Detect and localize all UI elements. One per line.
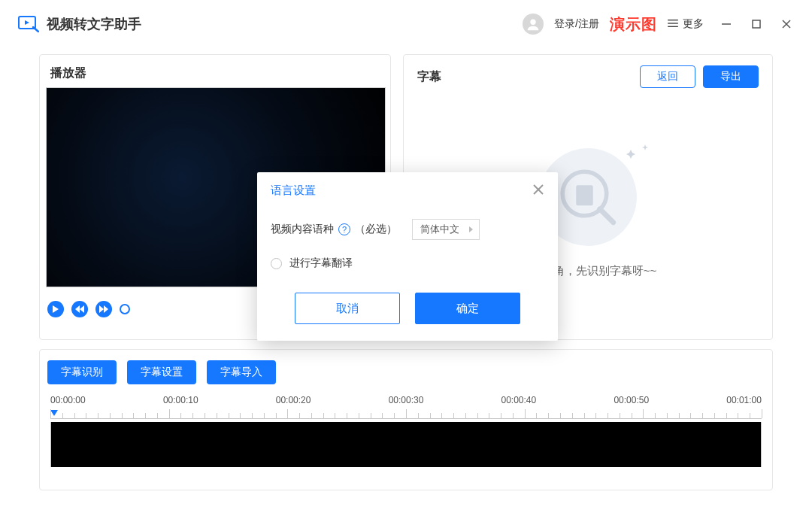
svg-marker-11 — [75, 305, 80, 313]
dialog-close-icon[interactable] — [532, 183, 544, 198]
required-label: （必选） — [355, 223, 397, 236]
svg-marker-12 — [80, 305, 84, 313]
subtitle-import-button[interactable]: 字幕导入 — [207, 360, 276, 384]
loop-button[interactable] — [120, 304, 130, 314]
time-label: 00:00:10 — [163, 395, 198, 405]
svg-rect-7 — [753, 20, 760, 28]
export-button[interactable]: 导出 — [703, 65, 759, 88]
maximize-button[interactable] — [749, 17, 764, 31]
time-label: 00:00:00 — [50, 395, 86, 405]
close-button[interactable] — [779, 17, 794, 31]
logo-icon — [18, 16, 39, 32]
more-menu[interactable]: 更多 — [668, 17, 704, 31]
play-button[interactable] — [47, 301, 64, 317]
cancel-button[interactable]: 取消 — [295, 293, 400, 324]
hamburger-icon — [668, 18, 678, 30]
svg-marker-10 — [53, 305, 59, 313]
title-bar: 视频转文字助手 登录/注册 演示图 更多 — [0, 0, 812, 48]
subtitle-settings-button[interactable]: 字幕设置 — [127, 360, 196, 384]
timeline-track[interactable] — [50, 422, 762, 467]
language-settings-dialog: 语言设置 视频内容语种 ? （必选） 简体中文 进行字幕翻译 取消 确定 — [257, 172, 558, 341]
demo-badge: 演示图 — [610, 14, 657, 35]
time-label: 00:00:40 — [501, 395, 537, 405]
translate-label: 进行字幕翻译 — [289, 256, 353, 270]
login-link[interactable]: 登录/注册 — [554, 17, 599, 31]
return-button[interactable]: 返回 — [640, 65, 695, 88]
player-title: 播放器 — [50, 65, 86, 81]
time-label: 00:00:20 — [276, 395, 311, 405]
rewind-button[interactable] — [71, 301, 88, 317]
svg-marker-13 — [99, 305, 104, 313]
app-logo: 视频转文字助手 — [18, 15, 141, 33]
svg-marker-14 — [104, 305, 108, 313]
timeline-panel: 字幕识别 字幕设置 字幕导入 00:00:0000:00:1000:00:200… — [39, 349, 773, 490]
app-title: 视频转文字助手 — [47, 15, 141, 33]
language-label: 视频内容语种 — [271, 223, 334, 236]
svg-rect-16 — [576, 185, 593, 205]
svg-marker-1 — [25, 20, 29, 25]
sparkle-icon — [623, 144, 653, 166]
more-label: 更多 — [683, 17, 704, 31]
dialog-title: 语言设置 — [271, 184, 316, 198]
translate-radio[interactable] — [271, 258, 282, 269]
svg-point-2 — [530, 20, 535, 25]
language-select[interactable]: 简体中文 — [412, 219, 480, 240]
ok-button[interactable]: 确定 — [415, 293, 520, 324]
help-icon[interactable]: ? — [338, 223, 350, 235]
fast-forward-button[interactable] — [95, 301, 112, 317]
subtitle-recognize-button[interactable]: 字幕识别 — [47, 360, 117, 384]
playhead-icon[interactable] — [50, 410, 58, 416]
subtitle-title: 字幕 — [417, 69, 441, 85]
time-ruler[interactable]: 00:00:0000:00:1000:00:2000:00:3000:00:40… — [50, 395, 762, 419]
time-label: 00:01:00 — [726, 395, 762, 405]
time-label: 00:00:30 — [389, 395, 424, 405]
time-label: 00:00:50 — [614, 395, 649, 405]
svg-line-17 — [600, 208, 614, 222]
minimize-button[interactable] — [719, 17, 734, 31]
avatar-icon[interactable] — [523, 14, 544, 35]
